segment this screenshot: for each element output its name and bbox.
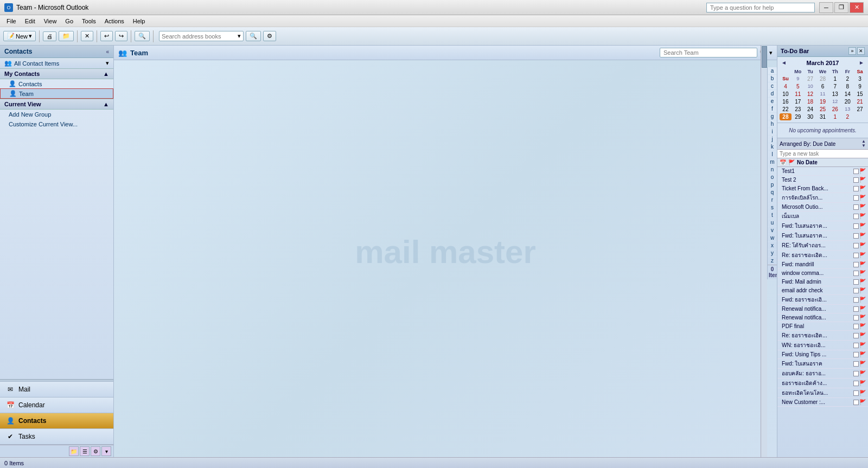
task-checkbox[interactable]: [853, 186, 859, 191]
task-flag-icon[interactable]: 🚩: [859, 399, 866, 405]
cal-day-30[interactable]: 30: [805, 113, 816, 120]
task-checkbox[interactable]: [853, 297, 859, 303]
cal-day-14[interactable]: 14: [841, 91, 853, 98]
cal-day-6[interactable]: 6: [817, 83, 829, 90]
task-item[interactable]: Microsoft Outio... 🚩: [777, 203, 868, 211]
cal-day-28-today[interactable]: 28: [780, 113, 792, 120]
current-view-section[interactable]: Current View ▲: [0, 99, 113, 110]
task-flag-icon[interactable]: 🚩: [859, 185, 866, 191]
sidebar-more-btn[interactable]: ▾: [101, 446, 111, 456]
alpha-u[interactable]: u: [768, 219, 777, 227]
menu-tools[interactable]: Tools: [78, 17, 100, 25]
task-checkbox[interactable]: [853, 195, 859, 201]
task-flag-icon[interactable]: 🚩: [859, 270, 866, 276]
task-checkbox[interactable]: [853, 214, 859, 219]
alpha-v[interactable]: v: [768, 227, 777, 234]
task-flag-icon[interactable]: 🚩: [859, 287, 866, 293]
alpha-m[interactable]: m: [768, 158, 777, 166]
cal-day-18[interactable]: 18: [805, 98, 816, 105]
alpha-q[interactable]: q: [768, 189, 777, 196]
task-item[interactable]: window comma... 🚩: [777, 269, 868, 278]
cal-day-28-feb[interactable]: 28: [817, 75, 829, 82]
cal-day-11[interactable]: 11: [792, 91, 804, 98]
task-item[interactable]: Renewal notifica... 🚩: [777, 313, 868, 322]
task-item[interactable]: New Customer :... 🚩: [777, 398, 868, 407]
menu-file[interactable]: File: [2, 17, 21, 25]
task-flag-icon[interactable]: 🚩: [859, 168, 866, 174]
sidebar-folder-btn[interactable]: 📁: [69, 446, 79, 456]
task-item[interactable]: PDF final 🚩: [777, 322, 868, 331]
task-checkbox[interactable]: [853, 271, 859, 276]
task-checkbox[interactable]: [853, 333, 859, 338]
search-dropdown-icon[interactable]: ▾: [769, 49, 773, 56]
cal-day-20[interactable]: 20: [841, 98, 853, 105]
task-checkbox[interactable]: [853, 371, 859, 376]
alpha-w[interactable]: w: [768, 234, 777, 242]
nav-tasks[interactable]: ✔ Tasks: [0, 429, 113, 445]
cal-day-1[interactable]: 1: [829, 75, 841, 82]
task-checkbox[interactable]: [853, 233, 859, 239]
cal-next-button[interactable]: ►: [857, 59, 866, 66]
task-flag-icon[interactable]: 🚩: [859, 195, 866, 201]
content-scrollbar[interactable]: [761, 46, 767, 457]
close-button[interactable]: ✕: [850, 2, 864, 13]
find-button[interactable]: 🔍: [135, 31, 150, 41]
task-flag-icon[interactable]: 🚩: [859, 177, 866, 183]
task-checkbox[interactable]: [853, 204, 859, 210]
alpha-b[interactable]: b: [768, 75, 777, 82]
cal-day-19[interactable]: 19: [817, 98, 829, 105]
cal-day-23[interactable]: 23: [792, 106, 804, 113]
alpha-e[interactable]: e: [768, 98, 777, 105]
nav-mail[interactable]: ✉ Mail: [0, 382, 113, 398]
all-contacts-dropdown[interactable]: ▾: [106, 60, 109, 67]
task-checkbox[interactable]: [853, 400, 859, 405]
task-flag-icon[interactable]: 🚩: [859, 297, 866, 303]
menu-go[interactable]: Go: [61, 17, 78, 25]
toolbar-extra-button[interactable]: ⚙: [263, 31, 276, 41]
task-flag-icon[interactable]: 🚩: [859, 213, 866, 219]
task-checkbox[interactable]: [853, 352, 859, 357]
alpha-k[interactable]: k: [768, 143, 777, 151]
help-search-input[interactable]: [706, 3, 815, 12]
task-checkbox[interactable]: [853, 315, 859, 320]
sidebar-config-btn[interactable]: ⚙: [91, 446, 100, 456]
cal-day-27[interactable]: 27: [854, 106, 866, 113]
search-dropdown-icon[interactable]: ▾: [238, 33, 241, 40]
cal-day-13[interactable]: 13: [829, 91, 841, 98]
move-button[interactable]: 📁: [59, 31, 74, 41]
delete-button[interactable]: ✕: [81, 31, 93, 41]
minimize-button[interactable]: ─: [819, 2, 833, 13]
task-item[interactable]: Ticket From Back... 🚩: [777, 184, 868, 193]
task-flag-icon[interactable]: 🚩: [859, 306, 866, 312]
task-item[interactable]: Fwd: Using Tips ... 🚩: [777, 350, 868, 359]
cal-day-10[interactable]: 10: [780, 91, 792, 98]
cal-day-7[interactable]: 7: [829, 83, 841, 90]
menu-actions[interactable]: Actions: [100, 17, 129, 25]
alpha-c[interactable]: c: [768, 82, 777, 90]
cal-day-2-apr[interactable]: 2: [841, 113, 853, 120]
task-checkbox[interactable]: [853, 381, 859, 386]
task-checkbox[interactable]: [853, 324, 859, 329]
cal-day-12[interactable]: 12: [805, 91, 816, 98]
tasks-sort-buttons[interactable]: ▲ ▼: [861, 139, 866, 148]
cal-day-8[interactable]: 8: [841, 83, 853, 90]
reply-button[interactable]: ↩: [100, 31, 113, 41]
new-button[interactable]: 📝 New ▾: [3, 31, 36, 41]
task-checkbox[interactable]: [853, 306, 859, 312]
alpha-a[interactable]: a: [768, 67, 777, 75]
task-item[interactable]: Re: ธอราชอะเอิด... 🚩: [777, 331, 868, 341]
nav-calendar[interactable]: 📅 Calendar: [0, 398, 113, 413]
cal-day-24[interactable]: 24: [805, 106, 816, 113]
alpha-g[interactable]: g: [768, 113, 777, 120]
cal-day-9[interactable]: 9: [854, 83, 866, 90]
alpha-f[interactable]: f: [768, 105, 777, 113]
content-scrollbar-thumb[interactable]: [762, 46, 767, 68]
task-checkbox[interactable]: [853, 253, 859, 258]
sidebar-list-btn[interactable]: ☰: [80, 446, 90, 456]
cal-day-15[interactable]: 15: [854, 91, 866, 98]
task-checkbox[interactable]: [853, 361, 859, 367]
restore-button[interactable]: ❐: [834, 2, 848, 13]
task-item[interactable]: RE: โต้รับคำถอร... 🚩: [777, 241, 868, 251]
menu-view[interactable]: View: [40, 17, 61, 25]
menu-edit[interactable]: Edit: [21, 17, 40, 25]
